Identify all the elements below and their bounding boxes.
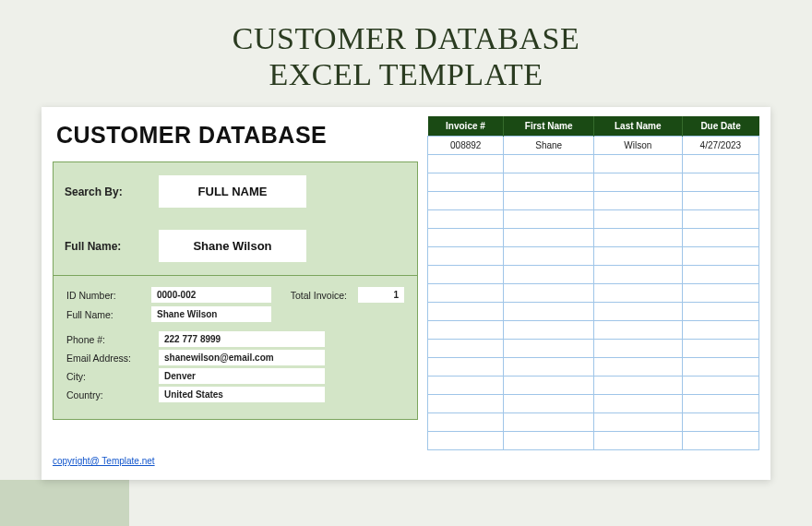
table-cell[interactable] [682,247,758,266]
table-cell[interactable] [504,395,594,413]
table-row[interactable] [428,192,759,210]
table-cell[interactable] [682,303,758,321]
table-cell[interactable] [504,340,594,358]
fullname2-value[interactable]: Shane Wilson [151,306,271,322]
table-cell[interactable] [682,284,758,303]
table-cell[interactable] [593,413,682,432]
table-row[interactable] [428,303,759,321]
table-cell[interactable] [504,358,594,377]
table-cell[interactable] [593,173,682,192]
table-row[interactable] [428,173,759,192]
table-cell[interactable] [682,155,758,173]
table-cell[interactable] [428,303,504,321]
table-cell[interactable] [593,192,682,210]
fullname-input[interactable]: Shane Wilson [159,230,306,262]
table-cell[interactable] [428,321,504,340]
table-row[interactable] [428,432,759,450]
table-row[interactable] [428,340,759,358]
table-cell[interactable] [593,358,682,377]
table-cell[interactable] [682,173,758,192]
table-cell[interactable] [428,247,504,266]
table-cell[interactable] [428,377,504,395]
table-cell[interactable] [428,358,504,377]
table-row[interactable] [428,413,759,432]
table-cell[interactable] [504,266,594,284]
table-cell[interactable] [428,229,504,247]
table-cell[interactable] [682,413,758,432]
table-cell[interactable] [428,266,504,284]
invoice-table: Invoice # First Name Last Name Due Date … [427,116,759,450]
table-cell[interactable] [593,377,682,395]
table-cell[interactable] [593,284,682,303]
table-cell[interactable] [504,303,594,321]
table-cell[interactable] [428,210,504,229]
table-cell[interactable] [682,377,758,395]
table-cell[interactable]: Wilson [593,137,682,155]
table-cell[interactable] [504,247,594,266]
table-cell[interactable] [504,284,594,303]
table-cell[interactable] [428,340,504,358]
table-row[interactable] [428,395,759,413]
table-cell[interactable]: 008892 [428,137,504,155]
table-row[interactable] [428,210,759,229]
table-row[interactable] [428,377,759,395]
table-cell[interactable] [504,377,594,395]
table-cell[interactable] [593,432,682,450]
table-cell[interactable] [682,210,758,229]
table-row[interactable] [428,321,759,340]
table-cell[interactable] [593,303,682,321]
search-by-input[interactable]: FULL NAME [159,175,306,208]
table-row[interactable] [428,155,759,173]
table-cell[interactable] [593,321,682,340]
table-cell[interactable] [504,155,594,173]
phone-value[interactable]: 222 777 8999 [159,331,325,347]
table-cell[interactable] [682,229,758,247]
country-value[interactable]: United States [159,387,325,402]
table-cell[interactable]: 4/27/2023 [682,137,758,155]
spreadsheet-card: CUSTOMER DATABASE Search By: FULL NAME F… [42,107,770,480]
table-cell[interactable] [428,432,504,450]
table-row[interactable] [428,358,759,377]
search-panel: Search By: FULL NAME Full Name: Shane Wi… [53,161,418,276]
table-cell[interactable] [682,340,758,358]
table-cell[interactable] [504,432,594,450]
table-cell[interactable] [428,192,504,210]
table-cell[interactable] [504,192,594,210]
table-cell[interactable] [682,192,758,210]
id-value[interactable]: 0000-002 [151,287,271,303]
table-cell[interactable] [682,358,758,377]
table-cell[interactable] [504,173,594,192]
table-cell[interactable] [682,395,758,413]
search-by-label: Search By: [65,185,144,198]
table-cell[interactable] [593,210,682,229]
total-invoice-value[interactable]: 1 [358,287,404,303]
table-cell[interactable] [428,413,504,432]
table-row[interactable]: 008892ShaneWilson4/27/2023 [428,137,759,155]
table-cell[interactable] [504,413,594,432]
table-cell[interactable] [593,247,682,266]
email-value[interactable]: shanewilson@email.com [159,350,325,365]
table-cell[interactable] [682,266,758,284]
table-cell[interactable] [428,395,504,413]
table-row[interactable] [428,247,759,266]
table-cell[interactable]: Shane [504,137,594,155]
table-cell[interactable] [593,229,682,247]
table-cell[interactable] [593,340,682,358]
table-cell[interactable] [428,284,504,303]
table-cell[interactable] [504,321,594,340]
table-row[interactable] [428,266,759,284]
table-cell[interactable] [504,210,594,229]
table-cell[interactable] [593,395,682,413]
table-cell[interactable] [682,432,758,450]
city-value[interactable]: Denver [159,368,325,384]
table-cell[interactable] [593,266,682,284]
table-cell[interactable] [682,321,758,340]
copyright-link[interactable]: copyright@ Template.net [53,456,759,466]
table-cell[interactable] [428,173,504,192]
table-row[interactable] [428,229,759,247]
table-row[interactable] [428,284,759,303]
table-cell[interactable] [593,155,682,173]
table-cell[interactable] [428,155,504,173]
table-cell[interactable] [504,229,594,247]
banner-line2: EXCEL TEMPLATE [269,57,543,91]
